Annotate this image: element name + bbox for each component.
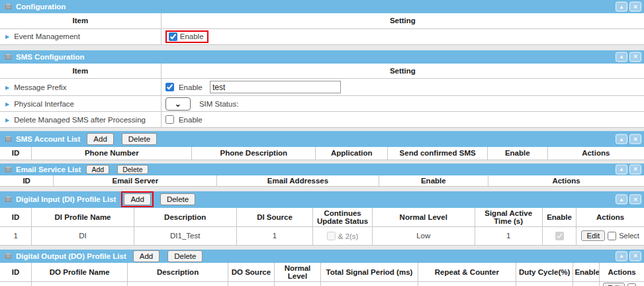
section-title: Digital Output (DO) Profile List xyxy=(16,252,126,260)
physical-interface-label-cell: ▶Physical Interface xyxy=(0,96,161,112)
email-service-list-header: Email Service List Add Delete ▴ ✕ xyxy=(0,164,644,175)
select-checkbox[interactable] xyxy=(608,232,616,240)
column-header: Signal Active Time (s) xyxy=(475,208,542,227)
add-button[interactable]: Add xyxy=(133,250,160,262)
red-annotation-box: Add xyxy=(121,191,153,207)
do-name-cell: FAN xyxy=(32,281,128,286)
column-header: Description xyxy=(128,263,228,282)
di-id-cell: 1 xyxy=(0,226,32,245)
close-icon[interactable]: ✕ xyxy=(629,164,641,174)
column-header-item: Item xyxy=(0,13,161,28)
delete-button[interactable]: Delete xyxy=(117,165,148,174)
close-icon[interactable]: ✕ xyxy=(629,52,641,62)
column-header: Duty Cycle(%) xyxy=(516,263,573,282)
do-normal-level-cell: Low xyxy=(274,281,320,286)
collapse-icon[interactable]: ▴ xyxy=(616,52,627,62)
column-header: Repeat & Counter xyxy=(418,263,516,282)
event-management-enable-checkbox[interactable] xyxy=(169,32,177,41)
column-header: ID xyxy=(0,175,54,187)
column-header: Phone Description xyxy=(192,147,316,160)
di-signal-active-time-cell: 1 xyxy=(475,226,542,245)
chevron-down-icon: ⌄ xyxy=(175,101,181,107)
di-name-cell: DI xyxy=(32,226,134,245)
enable-checkbox xyxy=(555,232,564,240)
close-icon[interactable]: ✕ xyxy=(629,195,641,205)
section-square-icon xyxy=(5,54,11,60)
enable-label: Enable xyxy=(180,32,204,40)
column-header: DO Source xyxy=(228,263,274,282)
collapse-icon[interactable]: ▴ xyxy=(616,134,627,144)
column-header-item: Item xyxy=(0,64,161,79)
close-icon[interactable]: ✕ xyxy=(629,134,641,144)
section-square-icon xyxy=(5,254,11,259)
physical-interface-setting-cell: ⌄ SIM Status: xyxy=(161,96,644,112)
collapse-icon[interactable]: ▴ xyxy=(616,2,627,12)
do-actions-cell: Edit Select xyxy=(600,281,644,286)
physical-interface-select[interactable]: ⌄ xyxy=(165,97,191,111)
table-row: 1 DI DI1_Test 1 & 2(s) Low 1 Edit Select xyxy=(0,226,644,245)
message-prefix-label-cell: ▶Message Prefix xyxy=(0,79,161,96)
table-row: ▶Delete Managed SMS after Processing Ena… xyxy=(0,112,644,128)
section-title: SMS Account List xyxy=(16,135,80,143)
sms-configuration-section: SMS Configuration ▴ ✕ Item Setting ▶Mess… xyxy=(0,50,644,128)
message-prefix-input[interactable] xyxy=(210,81,341,93)
section-square-icon xyxy=(5,167,11,172)
di-actions-cell: Edit Select xyxy=(576,226,644,245)
collapse-icon[interactable]: ▴ xyxy=(616,251,627,261)
select-label: Select xyxy=(619,232,639,240)
column-header: Actions xyxy=(547,147,644,160)
column-header: Email Addresses xyxy=(217,175,379,187)
row-arrow-icon: ▶ xyxy=(5,101,9,107)
column-header: Continues Update Status xyxy=(313,208,373,227)
do-description-cell: FANONOFF xyxy=(128,281,228,286)
di-source-cell: 1 xyxy=(236,226,313,245)
delete-button[interactable]: Delete xyxy=(122,133,157,145)
close-icon[interactable]: ✕ xyxy=(629,2,641,12)
do-repeat-counter-cell: & 0 xyxy=(418,281,516,286)
column-header: DO Profile Name xyxy=(32,263,128,282)
di-profile-list-header: Digital Input (DI) Profile List Add Dele… xyxy=(0,191,644,208)
section-title: Digital Input (DI) Profile List xyxy=(16,195,116,203)
delete-button[interactable]: Delete xyxy=(167,250,203,262)
close-icon[interactable]: ✕ xyxy=(629,251,641,261)
configuration-section: Configuration ▴ ✕ Item Setting ▶Event Ma… xyxy=(0,0,644,45)
select-checkbox[interactable] xyxy=(627,283,636,286)
message-prefix-enable-checkbox[interactable] xyxy=(165,83,174,91)
column-header: Actions xyxy=(576,208,644,227)
row-arrow-icon: ▶ xyxy=(5,85,9,91)
section-title: SMS Configuration xyxy=(16,53,85,61)
column-header: ID xyxy=(0,263,32,282)
event-management-setting-cell: Enable xyxy=(161,28,644,44)
column-header: Enable xyxy=(573,263,600,282)
message-prefix-setting-cell: Enable xyxy=(161,79,644,96)
section-title: Email Service List xyxy=(16,166,81,173)
add-button[interactable]: Add xyxy=(86,165,109,174)
delete-button[interactable]: Delete xyxy=(160,193,195,205)
do-total-signal-period-cell: 10000 xyxy=(321,281,418,286)
row-arrow-icon: ▶ xyxy=(5,34,9,40)
column-header: Send confirmed SMS xyxy=(388,147,488,160)
section-title: Configuration xyxy=(16,3,66,11)
section-square-icon xyxy=(5,4,11,9)
column-header: ID xyxy=(0,147,32,160)
do-profile-list-section: Digital Output (DO) Profile List Add Del… xyxy=(0,250,644,286)
edit-button[interactable]: Edit xyxy=(581,230,605,241)
enable-label: Enable xyxy=(179,116,203,124)
column-header: Enable xyxy=(542,208,576,227)
delete-managed-sms-enable-checkbox[interactable] xyxy=(165,115,174,124)
event-management-label-cell: ▶Event Management xyxy=(0,28,161,44)
collapse-icon[interactable]: ▴ xyxy=(616,164,627,174)
column-header: Normal Level xyxy=(274,263,320,282)
di-description-cell: DI1_Test xyxy=(134,226,236,245)
table-row: ▶Event Management Enable xyxy=(0,28,644,44)
collapse-icon[interactable]: ▴ xyxy=(616,195,627,205)
column-header: Actions xyxy=(488,175,644,187)
add-button[interactable]: Add xyxy=(124,193,150,205)
sms-account-list-header: SMS Account List Add Delete ▴ ✕ xyxy=(0,131,644,147)
column-header-setting: Setting xyxy=(161,64,644,79)
column-header: Total Signal Period (ms) xyxy=(321,263,418,282)
di-update-status-cell: & 2(s) xyxy=(313,226,373,245)
edit-button[interactable]: Edit xyxy=(603,283,625,286)
column-header: Email Server xyxy=(54,175,217,187)
add-button[interactable]: Add xyxy=(87,133,113,145)
